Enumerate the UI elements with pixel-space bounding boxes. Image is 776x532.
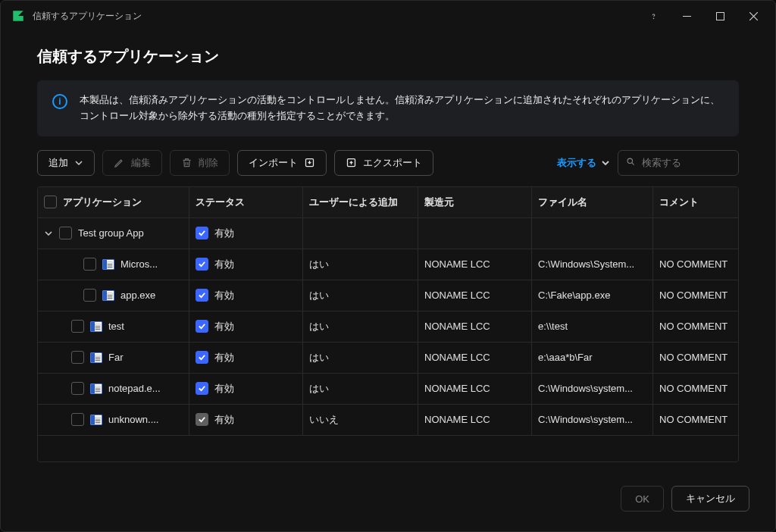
- status-checkbox[interactable]: [196, 289, 208, 302]
- search-input[interactable]: [642, 157, 731, 168]
- app-name: Far: [108, 352, 124, 363]
- expand-icon[interactable]: [44, 229, 53, 238]
- cell-user-added: はい: [303, 374, 418, 404]
- cancel-button[interactable]: キャンセル: [671, 486, 749, 512]
- row-checkbox[interactable]: [71, 351, 84, 364]
- cell-user-added: いいえ: [303, 405, 418, 435]
- cell-comment: NO COMMENT: [653, 374, 739, 404]
- app-name: notepad.e...: [108, 383, 161, 394]
- cell-user-added: はい: [303, 249, 418, 280]
- group-name: Test group App: [78, 227, 144, 239]
- cell-filename: e:\aaa*b\Far: [532, 343, 653, 373]
- close-button[interactable]: [737, 5, 769, 27]
- app-name: app.exe: [120, 289, 155, 301]
- status-label: 有効: [214, 382, 234, 396]
- table-row[interactable]: Micros...有効はいNONAME LCCC:\Windows\System…: [38, 249, 738, 280]
- import-label: インポート: [249, 156, 298, 170]
- export-label: エクスポート: [363, 156, 422, 170]
- th-comment[interactable]: コメント: [653, 187, 739, 217]
- show-dropdown[interactable]: 表示する: [557, 156, 610, 170]
- search-box[interactable]: [618, 150, 739, 176]
- th-app-label: アプリケーション: [63, 196, 142, 209]
- th-app[interactable]: アプリケーション: [38, 187, 189, 217]
- cell-vendor: NONAME LCC: [418, 374, 532, 404]
- cell-filename: C:\Fake\app.exe: [532, 280, 653, 311]
- cell-vendor: NONAME LCC: [418, 311, 532, 342]
- cell-filename: C:\Windows\system...: [532, 374, 653, 404]
- status-checkbox[interactable]: [196, 227, 208, 239]
- row-checkbox[interactable]: [59, 227, 72, 239]
- table-spacer: [38, 436, 738, 462]
- add-button[interactable]: 追加: [37, 150, 95, 176]
- minimize-button[interactable]: [671, 5, 702, 27]
- svg-point-5: [627, 158, 632, 163]
- content: 信頼するアプリケーション i 本製品は、信頼済みアプリケーションの活動をコントロ…: [1, 31, 775, 469]
- export-icon: [346, 157, 357, 168]
- cell-comment: NO COMMENT: [653, 249, 739, 280]
- table-row[interactable]: app.exe有効はいNONAME LCCC:\Fake\app.exeNO C…: [38, 280, 738, 311]
- app-icon: [90, 321, 102, 332]
- window-title: 信頼するアプリケーション: [33, 10, 630, 23]
- add-label: 追加: [48, 156, 68, 170]
- app-name: unknown....: [108, 414, 159, 425]
- svg-rect-1: [683, 16, 691, 17]
- app-icon: [102, 290, 114, 301]
- delete-label: 削除: [199, 156, 218, 170]
- help-button[interactable]: [637, 5, 669, 27]
- maximize-button[interactable]: [704, 5, 736, 27]
- th-user-added[interactable]: ユーザーによる追加: [303, 187, 418, 217]
- app-name: test: [108, 321, 124, 332]
- status-label: 有効: [214, 320, 234, 333]
- row-checkbox[interactable]: [71, 320, 84, 333]
- cell-comment: NO COMMENT: [653, 343, 739, 373]
- cell-comment: NO COMMENT: [653, 280, 739, 311]
- page-title: 信頼するアプリケーション: [37, 46, 749, 67]
- footer: OK キャンセル: [1, 469, 775, 531]
- table-row[interactable]: test有効はいNONAME LCCe:\\testNO COMMENT: [38, 311, 738, 343]
- export-button[interactable]: エクスポート: [334, 150, 433, 176]
- status-checkbox[interactable]: [196, 351, 208, 364]
- cell-vendor: NONAME LCC: [418, 280, 532, 311]
- row-checkbox[interactable]: [71, 382, 84, 395]
- table-row[interactable]: unknown....有効いいえNONAME LCCC:\Windows\sys…: [38, 405, 738, 436]
- edit-button[interactable]: 編集: [102, 150, 162, 176]
- status-checkbox[interactable]: [196, 258, 208, 271]
- chevron-down-icon: [601, 158, 610, 167]
- import-icon: [304, 157, 315, 168]
- app-icon: [90, 415, 102, 425]
- select-all-checkbox[interactable]: [44, 196, 57, 208]
- table: アプリケーション ステータス ユーザーによる追加 製造元 ファイル名 コメント …: [37, 186, 739, 462]
- info-icon: i: [52, 94, 67, 109]
- toolbar: 追加 編集 削除 インポート: [37, 150, 739, 176]
- app-icon: [90, 383, 102, 394]
- status-label: 有効: [214, 351, 234, 365]
- status-checkbox[interactable]: [196, 382, 208, 395]
- th-vendor[interactable]: 製造元: [418, 187, 532, 217]
- th-filename[interactable]: ファイル名: [532, 187, 653, 217]
- status-checkbox[interactable]: [196, 413, 208, 426]
- table-row[interactable]: notepad.e...有効はいNONAME LCCC:\Windows\sys…: [38, 374, 738, 405]
- table-body: Micros...有効はいNONAME LCCC:\Windows\System…: [38, 249, 738, 436]
- ok-button[interactable]: OK: [621, 486, 664, 512]
- status-checkbox[interactable]: [196, 320, 208, 333]
- window-controls: [637, 5, 769, 27]
- chevron-down-icon: [74, 158, 83, 167]
- cell-vendor: NONAME LCC: [418, 249, 532, 280]
- table-header: アプリケーション ステータス ユーザーによる追加 製造元 ファイル名 コメント: [38, 187, 738, 218]
- group-status: 有効: [214, 227, 234, 240]
- cell-filename: C:\Windows\system...: [532, 405, 653, 435]
- trash-icon: [181, 157, 192, 168]
- th-status[interactable]: ステータス: [189, 187, 303, 217]
- pencil-icon: [114, 157, 125, 168]
- row-checkbox[interactable]: [83, 258, 96, 271]
- delete-button[interactable]: 削除: [170, 150, 230, 176]
- import-button[interactable]: インポート: [237, 150, 327, 176]
- row-checkbox[interactable]: [71, 413, 84, 426]
- app-name: Micros...: [120, 258, 158, 270]
- cell-comment: NO COMMENT: [653, 405, 739, 435]
- row-checkbox[interactable]: [83, 289, 96, 302]
- table-group-row[interactable]: Test group App 有効: [38, 218, 738, 249]
- table-row[interactable]: Far有効はいNONAME LCCe:\aaa*b\FarNO COMMENT: [38, 343, 738, 374]
- svg-point-0: [653, 17, 654, 18]
- search-icon: [626, 157, 636, 168]
